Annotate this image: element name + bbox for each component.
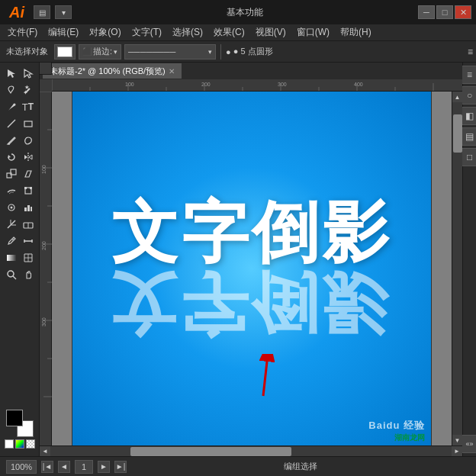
svg-text:200: 200 bbox=[41, 241, 47, 250]
brush-tools-row bbox=[2, 133, 37, 148]
color-swatches: ↺ bbox=[5, 410, 35, 453]
menu-select[interactable]: 选择(S) bbox=[168, 24, 207, 41]
svg-marker-11 bbox=[29, 155, 32, 159]
close-button[interactable]: ✕ bbox=[455, 5, 471, 19]
magic-tools-row: ✦ bbox=[2, 82, 37, 98]
fill-white-swatch bbox=[57, 47, 72, 57]
toolbar-separator bbox=[220, 44, 221, 60]
rotate-tool-btn[interactable] bbox=[4, 150, 19, 165]
tab-close-icon[interactable]: ✕ bbox=[169, 67, 175, 76]
panel-collapse-btn[interactable]: «» bbox=[461, 435, 477, 453]
svg-text:300: 300 bbox=[278, 82, 287, 87]
layout-dropdown-btn[interactable]: ▾ bbox=[55, 5, 72, 19]
shear-tool-btn[interactable] bbox=[21, 166, 36, 182]
scale-tool-btn[interactable] bbox=[4, 166, 19, 182]
shape-tool-btn[interactable] bbox=[21, 116, 36, 131]
line-tool-btn[interactable] bbox=[4, 116, 19, 131]
panel-layers-btn[interactable]: ◧ bbox=[461, 107, 477, 125]
stroke-dropdown[interactable]: ⬛ 描边: ▾ bbox=[79, 44, 121, 60]
zoom-tool-btn[interactable] bbox=[4, 267, 19, 282]
menu-effect[interactable]: 效果(C) bbox=[209, 24, 249, 41]
stroke-style-label: ──────── bbox=[128, 47, 175, 56]
mesh-tool-btn[interactable] bbox=[21, 250, 36, 265]
magic-wand-tool-btn[interactable]: ✦ bbox=[21, 82, 36, 98]
maximize-button[interactable]: □ bbox=[436, 5, 453, 19]
none-swatch[interactable] bbox=[26, 439, 35, 449]
zoom-input[interactable]: 100% bbox=[6, 460, 37, 474]
slice-tool-btn[interactable] bbox=[4, 217, 19, 232]
hand-tool-btn[interactable] bbox=[21, 267, 36, 282]
stroke-style-caret: ▾ bbox=[208, 48, 212, 56]
panel-menu-btn[interactable]: ≡ bbox=[461, 66, 477, 84]
horizontal-ruler: 100 200 300 400 bbox=[52, 79, 462, 92]
panel-circle-btn[interactable]: ○ bbox=[461, 86, 477, 105]
scrollbar-up-btn[interactable]: ▲ bbox=[452, 92, 462, 102]
page-input[interactable]: 1 bbox=[75, 460, 93, 474]
swatch-stack[interactable]: ↺ bbox=[6, 410, 34, 437]
canvas-wrapper: 未标题-2* @ 100% (RGB/预览) ✕ bbox=[40, 63, 462, 456]
eyedropper-tool-btn[interactable] bbox=[4, 233, 19, 249]
svg-rect-15 bbox=[24, 187, 27, 189]
menu-window[interactable]: 窗口(W) bbox=[292, 24, 334, 41]
h-scroll-thumb[interactable] bbox=[130, 447, 291, 456]
mini-swatches bbox=[5, 439, 35, 449]
menu-view[interactable]: 视图(V) bbox=[251, 24, 291, 41]
panel-artboard-btn[interactable]: ▤ bbox=[461, 127, 477, 146]
eraser-tool-btn[interactable] bbox=[21, 217, 36, 232]
arrange-icon: ▤ bbox=[39, 8, 46, 17]
brush-label: ● 5 点圆形 bbox=[233, 46, 273, 57]
reset-colors-icon[interactable]: ↺ bbox=[28, 430, 34, 437]
menu-object[interactable]: 对象(O) bbox=[85, 24, 125, 41]
symbol-sprayer-tool-btn[interactable] bbox=[4, 200, 19, 215]
fill-none-swatch[interactable] bbox=[5, 439, 14, 449]
menu-help[interactable]: 帮助(H) bbox=[336, 24, 376, 41]
menu-file[interactable]: 文件(F) bbox=[3, 24, 42, 41]
select-label: 未选择对象 bbox=[3, 46, 51, 57]
pen-tool-btn[interactable] bbox=[4, 99, 19, 114]
svg-line-5 bbox=[8, 120, 15, 127]
free-transform-tool-btn[interactable] bbox=[21, 183, 36, 198]
watermark-baidu: Baidu 经验 bbox=[368, 419, 425, 433]
v-scroll-thumb[interactable] bbox=[453, 114, 462, 153]
reflect-tool-btn[interactable] bbox=[21, 150, 36, 165]
direct-select-tool-btn[interactable] bbox=[21, 66, 36, 81]
foreground-color-swatch[interactable] bbox=[6, 410, 23, 426]
page-first-btn[interactable]: |◄ bbox=[41, 461, 53, 473]
warp-tool-btn[interactable] bbox=[4, 183, 19, 198]
eyedropper-tools-row bbox=[2, 233, 37, 249]
vertical-scrollbar[interactable]: ▲ ▼ bbox=[452, 92, 462, 445]
svg-point-18 bbox=[10, 207, 12, 209]
stroke-label: ⬛ bbox=[82, 47, 92, 56]
panel-options-btn[interactable]: ≡ bbox=[468, 47, 473, 57]
svg-rect-31 bbox=[7, 255, 16, 261]
select-tool-btn[interactable] bbox=[4, 66, 19, 81]
menu-type[interactable]: 文字(T) bbox=[127, 24, 166, 41]
active-tab[interactable]: 未标题-2* @ 100% (RGB/预览) ✕ bbox=[43, 63, 182, 79]
zoom-tools-row bbox=[2, 267, 37, 282]
pencil-tool-btn[interactable] bbox=[4, 133, 19, 148]
scrollbar-down-btn[interactable]: ▼ bbox=[452, 435, 462, 445]
measure-tool-btn[interactable] bbox=[21, 233, 36, 249]
minimize-button[interactable]: ─ bbox=[418, 5, 435, 19]
arrange-icon-btn[interactable]: ▤ bbox=[34, 5, 50, 19]
page-next-btn[interactable]: ► bbox=[98, 461, 110, 473]
svg-point-34 bbox=[8, 271, 14, 277]
panel-transform-btn[interactable]: □ bbox=[461, 148, 477, 166]
gradient-tool-btn[interactable] bbox=[4, 250, 19, 265]
scrollbar-right-btn[interactable]: ► bbox=[452, 446, 462, 456]
scrollbar-left-btn[interactable]: ◄ bbox=[40, 446, 50, 456]
menu-edit[interactable]: 编辑(E) bbox=[43, 24, 83, 41]
lasso-tool-btn[interactable] bbox=[4, 82, 19, 98]
svg-text:400: 400 bbox=[354, 82, 363, 87]
canvas-content[interactable]: 文字倒影 文字倒影 bbox=[52, 92, 452, 445]
horizontal-scrollbar[interactable]: ◄ ► bbox=[40, 445, 462, 456]
fill-color-box[interactable] bbox=[54, 44, 76, 60]
blob-brush-tool-btn[interactable] bbox=[21, 133, 36, 148]
bar-graph-tool-btn[interactable] bbox=[21, 200, 36, 215]
type-tool-btn[interactable]: T T bbox=[21, 99, 36, 114]
stroke-style-dropdown[interactable]: ──────── ▾ bbox=[124, 44, 216, 60]
gradient-swatch[interactable] bbox=[15, 439, 24, 449]
svg-rect-21 bbox=[31, 207, 32, 211]
page-last-btn[interactable]: ►| bbox=[114, 461, 127, 473]
page-prev-btn[interactable]: ◄ bbox=[58, 461, 70, 473]
